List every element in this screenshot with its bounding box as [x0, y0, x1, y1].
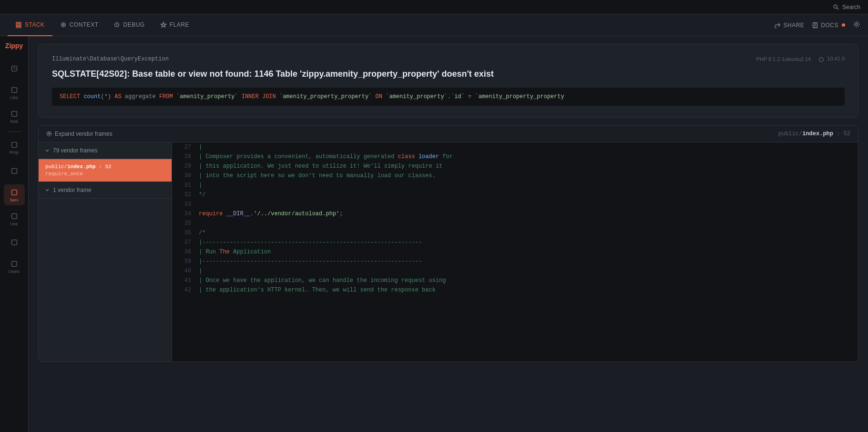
tab-stack[interactable]: STACK: [8, 14, 52, 36]
nav-bar: STACK CONTEXT DEBUG FLARE SHARE: [0, 14, 868, 36]
active-frame-prefix: public/: [45, 164, 67, 170]
sidebar-item-5[interactable]: [4, 161, 25, 181]
active-frame-item[interactable]: public/index.php : 52 require_once: [39, 159, 172, 182]
line-num-29: 29: [176, 161, 191, 171]
vendor-frames-79-label: 79 vendor frames: [53, 147, 97, 154]
svg-rect-20: [819, 58, 823, 61]
line-num-40: 40: [176, 266, 191, 276]
code-line-33: 33: [172, 200, 858, 209]
code-line-36: 36 /*: [172, 228, 858, 238]
search-area[interactable]: Search: [833, 4, 860, 10]
sidebar-icon-9: [10, 259, 19, 269]
expand-icon: [46, 131, 52, 137]
code-line-29: 29 | this application. We just need to u…: [172, 161, 858, 171]
line-content-27: |: [199, 142, 202, 152]
debug-icon: [113, 21, 120, 28]
file-path-line: 52: [844, 131, 850, 137]
vendor-frames-1-button[interactable]: 1 vendor frame: [44, 187, 92, 193]
sidebar-item-2[interactable]: Like: [4, 82, 25, 103]
tab-context[interactable]: CONTEXT: [52, 14, 106, 36]
tab-flare-label: FLARE: [170, 21, 189, 28]
svg-rect-15: [11, 169, 17, 174]
app-logo[interactable]: Zippy: [5, 42, 23, 50]
search-icon: [833, 4, 839, 10]
chevron-down-icon-79: [44, 148, 50, 153]
vendor-frames-79-button[interactable]: 79 vendor frames: [44, 147, 97, 154]
sidebar-icon-2: [10, 85, 19, 95]
line-content-37: |---------------------------------------…: [199, 238, 422, 247]
sidebar-item-7[interactable]: Use: [4, 208, 25, 229]
code-panel: 27 | 28 | Composer provides a convenient…: [172, 142, 858, 362]
sidebar-icon-8: [10, 238, 19, 247]
svg-rect-18: [11, 240, 17, 245]
flare-icon: [160, 21, 167, 28]
sidebar-item-3[interactable]: Noti: [4, 106, 25, 127]
code-line-37: 37 |------------------------------------…: [172, 238, 858, 247]
sql-inner: INNER JOIN: [242, 93, 276, 100]
code-line-40: 40 |: [172, 266, 858, 276]
file-path-display: public/index.php : 52: [778, 131, 850, 137]
line-num-37: 37: [176, 238, 191, 247]
sql-table1: `amenity_property`: [176, 93, 242, 100]
sidebar-item-8[interactable]: [4, 232, 25, 253]
docs-button[interactable]: DOCS: [812, 22, 845, 29]
sidebar-item-6[interactable]: Serv: [4, 184, 25, 205]
cpu-icon: [818, 57, 824, 62]
sidebar-icon-3: [10, 109, 19, 119]
tab-flare[interactable]: FLARE: [153, 14, 197, 36]
share-button[interactable]: SHARE: [774, 22, 804, 29]
svg-rect-16: [11, 190, 17, 195]
sidebar-item-9[interactable]: Users: [4, 256, 25, 277]
sidebar-icon-7: [10, 211, 19, 221]
code-line-28: 28 | Composer provides a convenient, aut…: [172, 152, 858, 161]
sidebar-divider: [7, 131, 21, 132]
error-query: SELECT count(*) AS aggregate FROM `ameni…: [52, 88, 845, 106]
chevron-down-icon-1: [44, 187, 50, 193]
svg-rect-2: [16, 22, 21, 23]
sql-condition: `amenity_property`.`id` = `amenity_prope…: [386, 93, 564, 100]
sidebar-item-1[interactable]: [4, 58, 25, 79]
svg-point-9: [856, 23, 858, 26]
sidebar-label-serv: Serv: [10, 198, 19, 202]
stack-frames: 79 vendor frames public/index.php : 52 r…: [39, 142, 172, 362]
sidebar-item-4[interactable]: Prop: [4, 137, 25, 158]
gear-icon: [853, 20, 860, 28]
svg-rect-13: [11, 111, 17, 116]
code-line-41: 41 | Once we have the application, we ca…: [172, 276, 858, 285]
line-num-27: 27: [176, 142, 191, 152]
sidebar-label-noti: Noti: [10, 120, 18, 124]
active-frame-line: 52: [105, 164, 111, 170]
line-num-32: 32: [176, 190, 191, 200]
sql-from: FROM: [159, 93, 173, 100]
svg-rect-19: [11, 261, 17, 266]
sidebar-icon-1: [10, 64, 19, 73]
sidebar-label-prop: Prop: [10, 151, 19, 155]
error-card: Illuminate\Database\QueryException PHP 8…: [38, 44, 858, 118]
svg-rect-14: [11, 142, 17, 147]
line-content-29: | this application. We just need to util…: [199, 161, 442, 171]
tab-debug[interactable]: DEBUG: [106, 14, 152, 36]
code-line-42: 42 | the application's HTTP kernel. Then…: [172, 285, 858, 295]
code-line-31: 31 |: [172, 181, 858, 190]
cpu-value: 10.41.0: [827, 56, 845, 61]
share-label: SHARE: [783, 22, 804, 29]
vendor-frames-1-label: 1 vendor frame: [53, 187, 92, 193]
line-num-35: 35: [176, 219, 191, 228]
error-card-header: Illuminate\Database\QueryException PHP 8…: [52, 56, 845, 62]
line-num-39: 39: [176, 257, 191, 266]
sql-as: AS: [114, 93, 121, 100]
line-num-30: 30: [176, 171, 191, 181]
line-num-36: 36: [176, 228, 191, 238]
code-line-34: 34 require __DIR__.'/../vendor/autoload.…: [172, 209, 858, 219]
tab-stack-label: STACK: [25, 21, 45, 28]
context-icon: [60, 21, 67, 28]
error-class: Illuminate\Database\QueryException: [52, 56, 169, 62]
expand-vendor-button[interactable]: Expand vendor frames: [46, 131, 112, 137]
file-path-prefix: public/: [778, 131, 802, 137]
line-content-28: | Composer provides a convenient, automa…: [199, 152, 453, 161]
file-path-name: index.php: [802, 131, 833, 137]
active-frame-method: require_once: [45, 171, 165, 177]
active-frame-file: public/index.php : 52: [45, 164, 165, 170]
content-panel: Illuminate\Database\QueryException PHP 8…: [29, 36, 868, 432]
settings-button[interactable]: [853, 20, 860, 30]
